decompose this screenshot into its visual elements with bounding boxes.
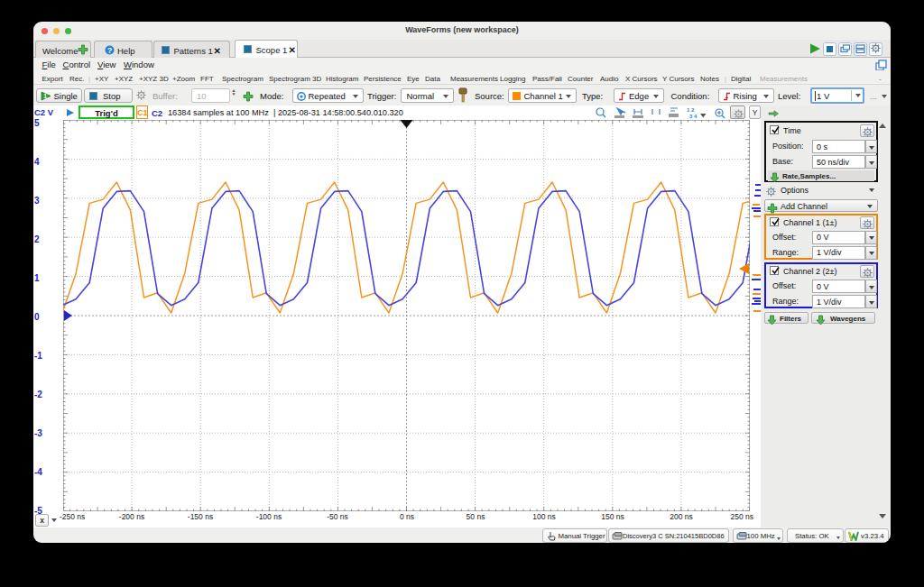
svg-text:1: 1 — [43, 93, 47, 99]
svg-text:1 2: 1 2 — [687, 107, 695, 113]
svg-text:3 4: 3 4 — [689, 114, 698, 119]
svg-text:?: ? — [107, 46, 112, 55]
